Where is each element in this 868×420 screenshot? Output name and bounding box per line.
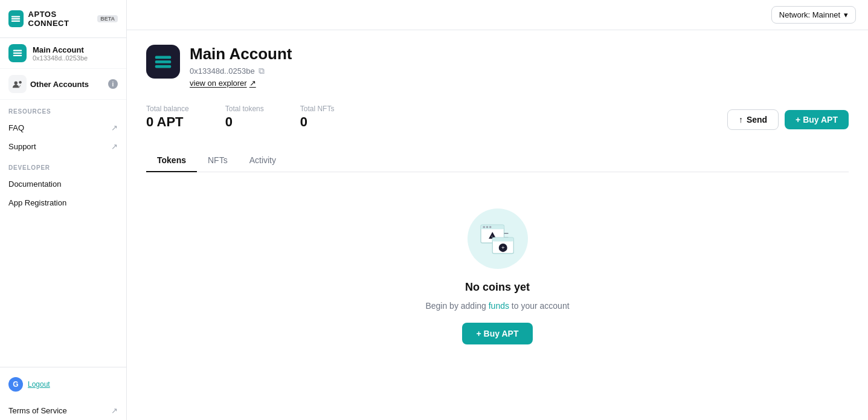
total-tokens-value: 0 (225, 114, 264, 130)
sidebar-item-app-registration[interactable]: App Registration (0, 193, 126, 212)
main-content: Network: Mainnet ▾ Main Account 0x13348d… (127, 0, 868, 420)
svg-point-6 (14, 82, 18, 85)
empty-state: ! + No coins yet Begin by adding funds t… (146, 172, 849, 369)
tab-nfts-label: NFTs (208, 155, 228, 165)
svg-rect-10 (155, 65, 171, 68)
resources-section-label: RESOURCES (0, 100, 126, 118)
empty-subtitle-link: funds (489, 301, 509, 311)
svg-point-7 (19, 81, 22, 84)
empty-subtitle-after: to your account (509, 301, 570, 311)
account-avatar (146, 45, 180, 79)
empty-state-subtitle: Begin by adding funds to your account (425, 301, 569, 311)
main-account-info: Main Account 0x13348d..0253be (33, 45, 88, 62)
tabs-row: Tokens NFTs Activity (146, 149, 849, 172)
buy-apt-header-label: + Buy APT (796, 115, 838, 124)
chevron-down-icon: ▾ (844, 10, 848, 19)
tab-activity[interactable]: Activity (239, 149, 287, 172)
stat-total-balance: Total balance 0 APT (146, 105, 189, 130)
app-logo-icon (8, 10, 24, 27)
content-area: Main Account 0x13348d..0253be ⧉ view on … (127, 30, 868, 420)
sidebar-bottom: G Logout (0, 367, 126, 401)
main-account-icon (8, 44, 27, 62)
stat-total-tokens: Total tokens 0 (225, 105, 264, 130)
sidebar-item-main-account[interactable]: Main Account 0x13348d..0253be (0, 38, 126, 69)
external-link-icon-faq: ↗ (111, 123, 118, 132)
external-link-icon-support: ↗ (111, 142, 118, 151)
buy-apt-empty-label: + Buy APT (477, 329, 519, 338)
app-name: APTOS CONNECT (28, 10, 92, 28)
sidebar: APTOS CONNECT BETA Main Account 0x13348d… (0, 0, 127, 420)
app-registration-label: App Registration (8, 198, 66, 207)
total-nfts-value: 0 (300, 114, 335, 130)
tab-tokens[interactable]: Tokens (146, 149, 197, 172)
send-button-label: Send (747, 115, 767, 124)
svg-rect-8 (155, 56, 171, 59)
svg-point-14 (486, 226, 488, 228)
account-title: Main Account (190, 45, 292, 63)
support-label: Support (8, 142, 36, 151)
google-account-row: G Logout (8, 373, 118, 395)
terms-label: Terms of Service (8, 406, 67, 415)
svg-point-13 (483, 226, 485, 228)
logout-link[interactable]: Logout (28, 380, 50, 389)
empty-state-title: No coins yet (465, 281, 530, 294)
svg-rect-1 (11, 18, 20, 19)
developer-section-label: DEVELOPER (0, 156, 126, 175)
account-details: Main Account 0x13348d..0253be ⧉ view on … (190, 45, 292, 88)
send-button[interactable]: ↑ Send (727, 109, 779, 130)
send-up-arrow-icon: ↑ (739, 115, 743, 124)
svg-rect-4 (13, 53, 22, 54)
external-link-icon-terms: ↗ (111, 406, 118, 415)
action-buttons: ↑ Send + Buy APT (727, 109, 849, 130)
svg-rect-5 (13, 55, 22, 56)
main-account-address: 0x13348d..0253be (33, 54, 88, 62)
total-balance-value: 0 APT (146, 114, 189, 130)
sidebar-logo-row[interactable]: APTOS CONNECT BETA (0, 0, 126, 38)
copy-address-button[interactable]: ⧉ (259, 66, 265, 76)
account-header: Main Account 0x13348d..0253be ⧉ view on … (146, 45, 849, 88)
account-address-text: 0x13348d..0253be (190, 66, 255, 76)
stats-row: Total balance 0 APT Total tokens 0 Total… (146, 105, 849, 130)
other-accounts-label: Other Accounts (30, 80, 104, 89)
svg-rect-0 (11, 16, 20, 18)
external-link-icon-explorer: ↗ (249, 79, 256, 88)
network-selector-button[interactable]: Network: Mainnet ▾ (771, 6, 856, 24)
documentation-label: Documentation (8, 179, 61, 189)
total-balance-label: Total balance (146, 105, 189, 113)
svg-text:+: + (501, 244, 504, 251)
svg-rect-9 (155, 60, 171, 63)
top-bar: Network: Mainnet ▾ (127, 0, 868, 30)
svg-point-15 (489, 226, 492, 228)
svg-rect-21 (492, 237, 513, 241)
tab-tokens-label: Tokens (157, 155, 186, 165)
explorer-link-text: view on explorer (190, 79, 247, 88)
svg-rect-3 (13, 50, 22, 51)
address-row: 0x13348d..0253be ⧉ (190, 66, 292, 76)
sidebar-item-faq[interactable]: FAQ ↗ (0, 118, 126, 137)
empty-illustration: ! + (468, 208, 528, 269)
svg-rect-2 (11, 21, 20, 22)
empty-subtitle-before: Begin by adding (425, 301, 488, 311)
buy-apt-empty-button[interactable]: + Buy APT (462, 323, 533, 344)
view-on-explorer-link[interactable]: view on explorer ↗ (190, 79, 256, 88)
main-account-name: Main Account (33, 45, 88, 54)
tab-nfts[interactable]: NFTs (197, 149, 239, 172)
total-tokens-label: Total tokens (225, 105, 264, 113)
sidebar-item-other-accounts[interactable]: Other Accounts i (0, 69, 126, 100)
other-accounts-icon (8, 75, 27, 93)
faq-label: FAQ (8, 123, 24, 132)
sidebar-item-terms-of-service[interactable]: Terms of Service ↗ (0, 401, 126, 420)
buy-apt-header-button[interactable]: + Buy APT (785, 110, 849, 129)
total-nfts-label: Total NFTs (300, 105, 335, 113)
stat-total-nfts: Total NFTs 0 (300, 105, 335, 130)
sidebar-item-documentation[interactable]: Documentation (0, 175, 126, 193)
network-label: Network: Mainnet (779, 10, 840, 19)
sidebar-item-support[interactable]: Support ↗ (0, 137, 126, 156)
beta-badge: BETA (97, 15, 118, 22)
google-icon: G (8, 377, 23, 392)
tab-activity-label: Activity (249, 155, 276, 165)
info-icon: i (108, 79, 118, 89)
